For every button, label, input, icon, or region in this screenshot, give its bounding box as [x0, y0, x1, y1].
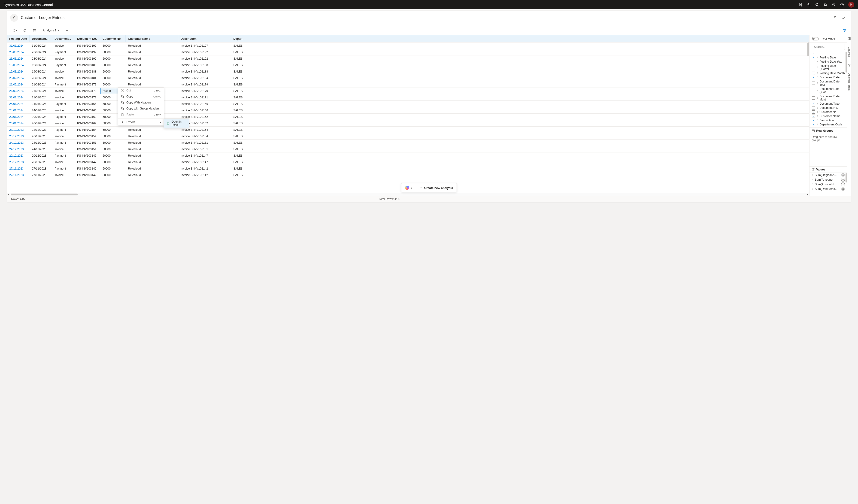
value-item[interactable]: ⠿Sum(Amount)✕ [810, 177, 847, 182]
table-row[interactable]: 24/12/202324/12/2023PaymentPS-INV1031515… [7, 140, 809, 146]
drag-handle-icon[interactable]: ⠿ [812, 183, 813, 186]
drag-handle-icon[interactable]: ⠿ [812, 179, 813, 181]
checkbox-icon[interactable] [812, 66, 815, 69]
tab-columns[interactable]: Columns [848, 47, 851, 57]
notifications-icon[interactable] [823, 2, 827, 7]
table-row[interactable]: 21/02/202421/02/2024PaymentPS-INV1031795… [7, 81, 809, 88]
remove-button[interactable]: ✕ [841, 173, 845, 177]
col-customer-no[interactable]: Customer No. [100, 35, 126, 42]
grid-cell[interactable]: 20/01/2024 [7, 115, 30, 118]
table-row[interactable]: 20/12/202320/12/2023PaymentPS-INV1031475… [7, 152, 809, 159]
field-item[interactable]: ⠿Document Date [810, 75, 847, 79]
grid-cell[interactable]: 31/03/2024 [7, 44, 30, 47]
remove-button[interactable]: ✕ [841, 182, 845, 186]
grid-cell[interactable]: 20/12/2023 [7, 161, 30, 164]
field-item[interactable]: ⠿Customer Name [810, 114, 847, 118]
table-row[interactable]: 19/03/202419/03/2024PaymentPS-INV1031885… [7, 62, 809, 68]
field-item[interactable]: ⠿Document Type [810, 102, 847, 106]
table-row[interactable]: 28/12/202328/12/2023PaymentPS-INV1031545… [7, 127, 809, 133]
field-item[interactable]: ⠿Department Code [810, 123, 847, 127]
checkbox-icon[interactable] [812, 102, 815, 105]
table-row[interactable]: 31/03/202431/03/2024InvoicePS-INV1031975… [7, 43, 809, 49]
help-icon[interactable] [840, 2, 844, 7]
ctx-copy-headers[interactable]: Copy With Headers [118, 100, 164, 105]
page-add-icon[interactable] [798, 2, 803, 7]
grid-cell[interactable]: 21/02/2024 [7, 83, 30, 86]
row-groups-header[interactable]: Row Groups [810, 128, 847, 134]
field-item[interactable]: ⠿Document Date Quar... [810, 87, 847, 94]
row-groups-dropzone[interactable]: Drag here to set row groups [810, 134, 847, 143]
drag-handle-icon[interactable]: ⠿ [816, 102, 818, 105]
col-document-no[interactable]: Document No. [75, 35, 100, 42]
drag-handle-icon[interactable]: ⠿ [812, 174, 813, 177]
grid-cell[interactable]: 28/12/2023 [7, 128, 30, 131]
table-row[interactable]: 28/02/202428/02/2024InvoicePS-INV1031845… [7, 75, 809, 81]
value-item[interactable]: ⠿Sum(Original A...✕ [810, 173, 847, 177]
col-customer-name[interactable]: Customer Name [126, 35, 178, 42]
drag-handle-icon[interactable]: ⠿ [816, 123, 818, 126]
grid-cell[interactable]: 23/03/2024 [7, 57, 30, 60]
field-item[interactable]: ⠿Posting Date Month [810, 71, 847, 75]
drag-handle-icon[interactable]: ⠿ [816, 119, 818, 122]
grid-cell[interactable]: 31/01/2024 [7, 96, 30, 99]
checkbox-icon[interactable] [812, 110, 815, 114]
grid-cell[interactable]: 24/12/2023 [7, 148, 30, 151]
columns-tab-icon[interactable] [848, 37, 851, 40]
settings-icon[interactable] [832, 2, 836, 7]
list-view-button[interactable] [31, 27, 38, 34]
field-item[interactable]: ⠿Customer No. [810, 110, 847, 114]
grid-cell[interactable]: 28/02/2024 [7, 77, 30, 80]
values-header[interactable]: Values [810, 166, 847, 173]
filters-tab-icon[interactable] [848, 64, 851, 66]
table-row[interactable]: 19/03/202419/03/2024InvoicePS-INV1031885… [7, 68, 809, 75]
field-search-input[interactable] [812, 44, 845, 50]
grid-cell[interactable]: 20/12/2023 [7, 154, 30, 157]
checkbox-icon[interactable] [812, 123, 815, 126]
col-department[interactable]: Department... [231, 35, 247, 42]
checkbox-icon[interactable] [812, 106, 815, 110]
collapse-icon[interactable] [840, 15, 847, 21]
checkbox-icon[interactable] [812, 60, 815, 63]
col-posting-date[interactable]: Posting Date [7, 35, 30, 42]
drag-handle-icon[interactable]: ⠿ [816, 97, 818, 99]
field-item[interactable]: ⠿Description [810, 118, 847, 123]
drag-handle-icon[interactable]: ⠿ [816, 61, 818, 63]
field-list-scrollbar[interactable] [845, 52, 847, 72]
copilot-menu-button[interactable]: ▾ [401, 183, 416, 192]
field-list[interactable]: ⠿Posting Date⠿Posting Date Year⠿Posting … [810, 51, 847, 128]
table-row[interactable]: 28/12/202328/12/2023InvoicePS-INV1031545… [7, 133, 809, 140]
checkbox-icon[interactable] [812, 82, 815, 85]
checkbox-icon[interactable] [812, 96, 815, 100]
back-button[interactable] [10, 14, 18, 22]
drag-handle-icon[interactable]: ⠿ [816, 66, 818, 69]
table-row[interactable]: 23/03/202423/03/2024PaymentPS-INV1031925… [7, 49, 809, 55]
col-document-date[interactable]: Document... [30, 35, 52, 42]
checkbox-icon[interactable] [812, 76, 815, 79]
field-item[interactable]: ⠿Document Date Month [810, 94, 847, 102]
grid-cell[interactable]: 19/03/2024 [7, 64, 30, 67]
grid-cell[interactable]: 24/01/2024 [7, 102, 30, 105]
grid-cell[interactable]: 19/03/2024 [7, 70, 30, 73]
add-analysis-button[interactable] [63, 27, 71, 34]
drag-handle-icon[interactable]: ⠿ [816, 72, 818, 75]
search-button[interactable] [21, 27, 29, 34]
ctx-export[interactable]: Export▸ Open in Excel [118, 119, 164, 125]
filter-button[interactable] [841, 27, 849, 34]
field-item[interactable]: ⠿Customergroup Code [810, 127, 847, 128]
pivot-mode-toggle[interactable] [812, 37, 819, 40]
grid-cell[interactable]: 24/01/2024 [7, 109, 30, 112]
create-new-analysis-button[interactable]: ✦ Create new analysis [416, 183, 457, 192]
col-document-type[interactable]: Document... [52, 35, 75, 42]
drag-handle-icon[interactable]: ⠿ [816, 56, 818, 59]
drag-handle-icon[interactable]: ⠿ [812, 188, 813, 190]
grid-cell[interactable]: 28/12/2023 [7, 135, 30, 138]
vertical-scrollbar[interactable] [807, 43, 809, 193]
search-icon[interactable] [815, 2, 819, 7]
drag-handle-icon[interactable]: ⠿ [816, 90, 818, 92]
grid-cell[interactable]: 20/01/2024 [7, 122, 30, 125]
field-select-all[interactable] [810, 51, 847, 55]
checkbox-icon[interactable] [812, 119, 815, 122]
horizontal-scrollbar[interactable]: ◂ ▸ [7, 193, 809, 196]
value-item[interactable]: ⠿Sum(Debit Amo...✕ [810, 186, 847, 191]
grid-cell[interactable]: 21/02/2024 [7, 90, 30, 93]
